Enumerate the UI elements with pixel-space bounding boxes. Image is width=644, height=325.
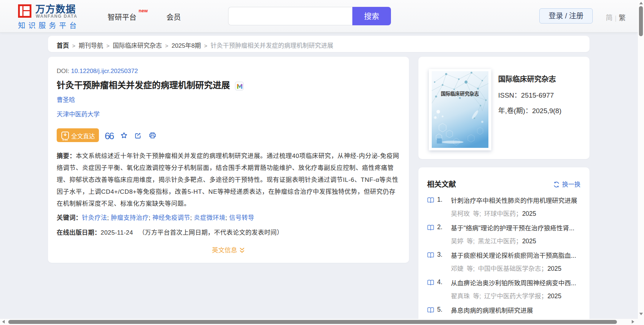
svg-text:国际临床研究杂志: 国际临床研究杂志 (441, 91, 479, 97)
svg-text:free: free (62, 138, 68, 141)
